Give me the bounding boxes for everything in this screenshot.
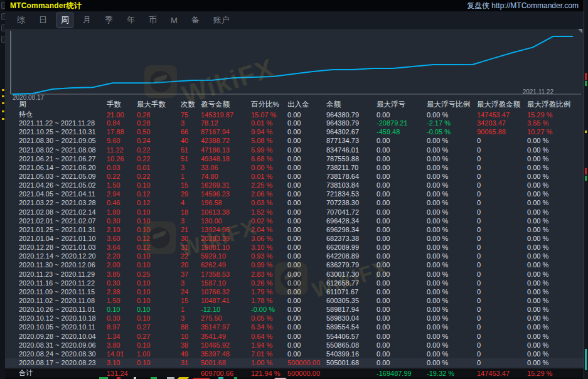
table-row[interactable]: 2021.04.26 ~ 2021.05.021.500.101516269.3…	[5, 181, 584, 190]
column-header[interactable]: 最大浮盈金额	[477, 100, 527, 109]
column-header[interactable]: 余额	[326, 100, 377, 109]
table-row-cell: 18	[181, 208, 201, 216]
table-row[interactable]: 2021.01.04 ~ 2021.01.103.600.123020283.3…	[5, 234, 584, 243]
table-row-cell: 0.64 %	[251, 333, 287, 340]
table-row-cell: 31	[181, 359, 201, 366]
table-row-cell: 38	[181, 341, 201, 349]
table-row[interactable]: 2021.10.25 ~ 2021.10.3117.880.506687167.…	[5, 127, 584, 136]
table-row-cell: 33.06	[201, 164, 251, 171]
table-row[interactable]: 2020.11.23 ~ 2020.11.293.850.253717358.5…	[5, 270, 584, 279]
table-row-cell: 145319.87	[201, 111, 251, 119]
column-header[interactable]: 周	[19, 100, 107, 109]
table-row-cell: 10.26	[107, 155, 137, 163]
table-row[interactable]: 2020.10.12 ~ 2020.10.180.300.103275.500.…	[5, 314, 584, 323]
table-row-cell: 0.22	[137, 155, 181, 163]
table-row-cell: 0.00 %	[527, 350, 584, 358]
table-row-cell: 13924.96	[201, 226, 251, 233]
table-row[interactable]: 2020.12.28 ~ 2021.01.033.640.123119881.1…	[5, 243, 584, 252]
table-row-cell: 2021.01.25 ~ 2021.01.31	[19, 226, 107, 233]
column-header[interactable]: 最大浮盈比例	[527, 100, 584, 109]
table-row-cell: 7.01 %	[251, 350, 287, 358]
table-row-cell: 0.12	[137, 190, 181, 198]
table-row[interactable]: 2020.11.16 ~ 2020.11.220.300.1031587.100…	[5, 279, 584, 287]
table-row[interactable]: 2020.08.17 ~ 2020.08.233.100.10315001.68…	[5, 358, 584, 367]
table-row-cell: 2021.02.08 ~ 2021.02.14	[19, 208, 107, 216]
table-row[interactable]: 2021.11.22 ~ 2021.11.280.840.28378.120.0…	[5, 119, 584, 127]
table-row-cell: 2021.04.26 ~ 2021.05.02	[19, 181, 107, 189]
menu-tab-M[interactable]: M	[166, 14, 182, 27]
table-row-cell: 0.00 %	[527, 323, 584, 331]
total-row-cell: 121.94 %	[251, 370, 287, 377]
table-row-cell: 5.99 %	[251, 146, 287, 154]
table-row[interactable]: 2021.04.05 ~ 2021.04.112.940.122914596.2…	[5, 190, 584, 198]
table-row-cell: 589554.54	[326, 323, 377, 331]
table-row-cell: 0.10	[137, 181, 181, 189]
table-row[interactable]: 2020.08.24 ~ 2020.08.3014.011.004935397.…	[5, 350, 584, 358]
menu-tab-周[interactable]: 周	[56, 13, 73, 28]
column-header[interactable]: 次数	[181, 100, 201, 109]
table-row[interactable]: 2020.11.30 ~ 2020.12.062.000.10206262.49…	[5, 260, 584, 269]
table-row-cell: 0.00	[377, 190, 427, 198]
table-row[interactable]: 持仓21.000.2875145319.8715.07 %0.00964380.…	[5, 110, 584, 119]
table-row[interactable]: 2021.03.22 ~ 2021.03.280.460.124196.580.…	[5, 198, 584, 207]
table-row-cell: 0.00 %	[427, 279, 477, 287]
resize-handle-icon[interactable]	[578, 29, 582, 33]
table-row[interactable]: 2020.11.09 ~ 2020.11.152.380.102410766.3…	[5, 287, 584, 296]
table-row-cell: 29	[181, 190, 201, 198]
brand-link[interactable]: 复盘侠 http://MTCommander.com	[467, 1, 579, 11]
table-row[interactable]: 2021.08.30 ~ 2021.09.059.600.244042388.7…	[5, 136, 584, 145]
menu-tab-年[interactable]: 年	[122, 13, 139, 28]
table-row-cell: 0.10	[137, 279, 181, 287]
column-header[interactable]: 最大浮亏比例	[427, 100, 477, 109]
table-row[interactable]: 2020.09.28 ~ 2020.10.041.340.27103541.49…	[5, 332, 584, 341]
table-row-cell: 3	[181, 119, 201, 127]
table-row-cell: 2.10	[107, 226, 137, 233]
table-row-cell: 0.00	[377, 261, 427, 269]
table-header-row: 周手数最大手数次数盈亏金额百分比%出入金余额最大浮亏最大浮亏比例最大浮盈金额最大…	[5, 99, 584, 110]
column-header[interactable]: 最大手数	[137, 100, 181, 109]
table-row-cell: 0.01 %	[251, 173, 287, 180]
table-row-cell: 0.00	[377, 111, 427, 119]
table-row[interactable]: 2020.11.02 ~ 2020.11.081.500.101510487.4…	[5, 296, 584, 305]
table-row-cell: 2021.03.22 ~ 2021.03.28	[19, 199, 107, 206]
table-row-cell: 0.00	[377, 306, 427, 313]
menu-tab-季[interactable]: 季	[100, 13, 117, 28]
menu-tab-综[interactable]: 综	[13, 13, 29, 28]
table-row-cell: 554406.57	[326, 333, 377, 340]
table-row-cell: 0.00	[377, 173, 427, 180]
table-row-cell: 0	[477, 146, 527, 154]
menu-tab-币[interactable]: 币	[144, 13, 161, 28]
table-row-cell: 550865.08	[326, 341, 377, 349]
column-header[interactable]: 最大浮亏	[377, 100, 427, 109]
column-header[interactable]: 手数	[107, 100, 137, 109]
column-header[interactable]: 百分比%	[251, 100, 287, 109]
menu-tab-备[interactable]: 备	[187, 13, 204, 28]
table-row[interactable]: 2021.01.25 ~ 2021.01.312.100.102113924.9…	[5, 225, 584, 234]
table-row-cell: 0.00	[377, 235, 427, 242]
table-row[interactable]: 2020.10.05 ~ 2020.10.118.970.278835147.9…	[5, 323, 584, 331]
column-header[interactable]: 出入金	[287, 100, 326, 109]
table-row[interactable]: 2020.12.14 ~ 2020.12.202.200.10225929.10…	[5, 252, 584, 260]
table-row[interactable]: 2020.10.26 ~ 2020.11.010.100.101-12.10-0…	[5, 305, 584, 314]
table-row-cell: 964380.79	[326, 111, 377, 119]
table-row[interactable]: 2021.08.02 ~ 2021.08.0811.220.225147186.…	[5, 146, 584, 154]
table-row-cell: 6.34 %	[251, 323, 287, 331]
column-header[interactable]: 盈亏金额	[201, 100, 251, 109]
table-row-cell: 0.00	[287, 226, 326, 233]
table-row-cell: 0.00 %	[427, 341, 477, 349]
table-row[interactable]: 2021.05.03 ~ 2021.05.090.220.22174.800.0…	[5, 172, 584, 181]
table-row-cell: 505001.68	[326, 359, 377, 366]
table-row-cell: 5001.68	[201, 359, 251, 366]
table-row[interactable]: 2021.06.21 ~ 2021.06.2710.260.225149348.…	[5, 154, 584, 163]
table-row[interactable]: 2021.06.14 ~ 2021.06.200.030.01333.060.0…	[5, 163, 584, 172]
menu-tab-账户[interactable]: 账户	[209, 13, 234, 28]
table-row[interactable]: 2021.02.01 ~ 2021.02.070.300.103130.000.…	[5, 216, 584, 225]
menu-tab-月[interactable]: 月	[78, 13, 95, 28]
menu-tab-日[interactable]: 日	[35, 13, 51, 28]
table-row-cell: 15.29 %	[527, 111, 584, 119]
table-row[interactable]: 2021.02.08 ~ 2021.02.141.800.101810613.3…	[5, 208, 584, 216]
table-row-cell: 0.00 %	[427, 208, 477, 216]
table-row[interactable]: 2020.08.31 ~ 2020.09.063.800.103810465.9…	[5, 341, 584, 350]
table-row-cell: 2.94	[107, 190, 137, 198]
candle-fragment	[585, 168, 587, 174]
